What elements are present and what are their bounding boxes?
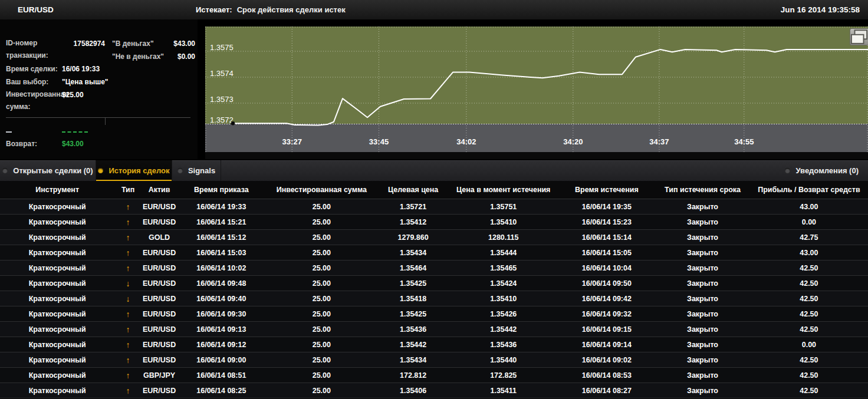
table-cell: 16/06/14 15:21: [177, 215, 265, 230]
table-cell: 25.00: [265, 276, 377, 291]
popout-button[interactable]: [850, 28, 868, 45]
table-cell: 25.00: [265, 383, 377, 398]
table-cell: 16/06/14 09:50: [558, 276, 655, 291]
table-cell: 16/06/14 09:42: [558, 291, 655, 306]
table-head: ИнструментТипАктивВремя приказаИнвестиро…: [0, 181, 868, 199]
tab-dot-icon: [177, 168, 183, 173]
table-cell: 1279.860: [377, 230, 449, 245]
table-cell: 1.35440: [449, 352, 558, 368]
column-header: Время приказа: [177, 181, 265, 199]
table-cell: 25.00: [265, 215, 377, 230]
table-row: Краткосрочный↑EUR/USD16/06/14 09:0025.00…: [0, 352, 868, 368]
tab-label: Уведомления (0): [795, 166, 859, 175]
invested-label: Инвестированная сумма:: [6, 88, 60, 113]
table-cell: EUR/USD: [142, 199, 177, 215]
table-cell: 42.75: [750, 230, 868, 245]
panel-divider: [6, 117, 190, 118]
tab-dot-icon: [2, 168, 8, 173]
table-cell: Краткосрочный: [0, 337, 114, 352]
trade-info-panel: ID-номер транзакции: 17582974 "В деньгах…: [0, 19, 198, 159]
table-cell: 1.35412: [377, 215, 449, 230]
table-cell: Закрыто: [655, 199, 749, 215]
table-cell: Краткосрочный: [0, 322, 114, 337]
table-cell: 16/06/14 09:15: [558, 322, 655, 337]
table-row: Краткосрочный↑EUR/USD16/06/14 15:2125.00…: [0, 215, 868, 230]
table-cell: 1.35434: [377, 245, 449, 260]
table-cell: 16/06/14 08:25: [177, 383, 265, 398]
table-cell: EUR/USD: [142, 215, 177, 230]
table-cell: 42.50: [750, 260, 868, 276]
table-cell: Закрыто: [655, 291, 749, 306]
table-cell: Закрыто: [655, 230, 749, 245]
table-cell: EUR/USD: [142, 337, 177, 352]
table-cell: Закрыто: [655, 306, 749, 322]
tab-notifications[interactable]: Уведомления (0): [778, 160, 868, 181]
table-cell: 16/06/14 09:48: [177, 276, 265, 291]
down-arrow-icon: ↓: [114, 291, 142, 306]
table-cell: 1.35406: [377, 383, 449, 398]
trade-time-value: 16/06 19:33: [62, 63, 100, 75]
table-cell: 25.00: [265, 260, 377, 276]
up-arrow-icon: ↑: [114, 368, 142, 383]
price-chart-svg: 1.35751.35741.35731.357233:2733:4534:023…: [205, 27, 868, 159]
up-arrow-icon: ↑: [114, 245, 142, 260]
payout-marker-dash: [6, 131, 12, 133]
up-arrow-icon: ↑: [114, 322, 142, 337]
table-cell: 1.35465: [449, 260, 558, 276]
in-money-value: $43.00: [173, 38, 195, 50]
column-header: Цена в момент истечения: [449, 181, 558, 199]
up-arrow-icon: ↑: [114, 230, 142, 245]
asset-symbol: EUR/USD: [18, 0, 54, 19]
up-arrow-icon: ↑: [114, 337, 142, 352]
up-arrow-icon: ↑: [114, 199, 142, 215]
table-row: Краткосрочный↑EUR/USD16/06/14 09:3025.00…: [0, 306, 868, 322]
table-cell: 16/06/14 09:30: [177, 306, 265, 322]
table-cell: 16/06/14 15:03: [177, 245, 265, 260]
y-axis-label: 1.3573: [210, 95, 234, 104]
tab-trade-history[interactable]: История сделок: [96, 160, 172, 181]
table-cell: 1.35426: [449, 306, 558, 322]
tab-signals[interactable]: Signals: [172, 160, 221, 181]
table-cell: Краткосрочный: [0, 260, 114, 276]
table-cell: 43.00: [750, 199, 868, 215]
table-cell: Закрыто: [655, 245, 749, 260]
tab-open-trades[interactable]: Открытые сделки (0): [0, 160, 96, 181]
table-cell: 16/06/14 09:14: [558, 337, 655, 352]
column-header: Прибыль / Возврат средств: [750, 181, 868, 199]
tab-label: Signals: [188, 166, 215, 175]
chart-below-band: [205, 124, 868, 152]
tab-dot-icon: [785, 168, 790, 173]
transaction-id-value: 17582974: [59, 38, 105, 50]
table-cell: 25.00: [265, 230, 377, 245]
table-cell: EUR/USD: [142, 276, 177, 291]
table-cell: Закрыто: [655, 352, 749, 368]
table-cell: 1.35424: [449, 276, 558, 291]
table-cell: 42.50: [750, 276, 868, 291]
popout-windows-icon: [850, 0, 868, 103]
table-cell: 1280.115: [449, 230, 558, 245]
table-cell: Краткосрочный: [0, 306, 114, 322]
table-cell: Закрыто: [655, 337, 749, 352]
table-cell: 16/06/14 09:12: [177, 337, 265, 352]
y-axis-label: 1.3574: [210, 69, 234, 78]
table-cell: 16/06/14 15:23: [558, 215, 655, 230]
column-header: Тип: [114, 181, 142, 199]
table-cell: 42.50: [750, 322, 868, 337]
top-bar: EUR/USD Истекает:Срок действия сделки ис…: [0, 0, 868, 20]
up-arrow-icon: ↑: [114, 260, 142, 276]
expiry-status: Истекает:Срок действия сделки истек: [196, 0, 346, 19]
payout-dashed-line-icon: [62, 131, 88, 133]
table-cell: 1.35436: [449, 337, 558, 352]
table-cell: 1.35464: [377, 260, 449, 276]
y-axis-label: 1.3572: [210, 116, 234, 124]
table-cell: 16/06/14 09:13: [177, 322, 265, 337]
column-header: Целевая цена: [377, 181, 449, 199]
column-header: Инвестированная сумма: [265, 181, 377, 199]
table-cell: EUR/USD: [142, 260, 177, 276]
y-axis-label: 1.3575: [210, 43, 234, 52]
table-cell: GBP/JPY: [142, 368, 177, 383]
table-cell: 1.35410: [449, 291, 558, 306]
table-cell: 42.50: [750, 352, 868, 368]
table-cell: EUR/USD: [142, 245, 177, 260]
table-cell: Краткосрочный: [0, 245, 114, 260]
